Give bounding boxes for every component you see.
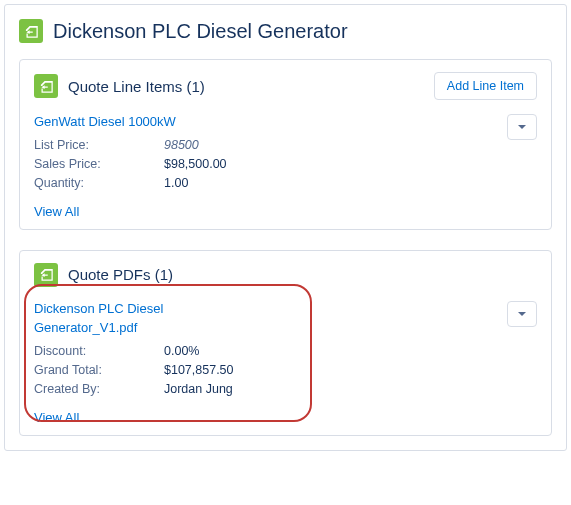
- grand-total-row: Grand Total: $107,857.50: [34, 361, 507, 380]
- card-body: Dickenson PLC Diesel Generator_V1.pdf Di…: [20, 295, 551, 435]
- sales-price-value: $98,500.00: [164, 155, 227, 174]
- card-title-text: Quote PDFs: [68, 266, 151, 283]
- quantity-value: 1.00: [164, 174, 188, 193]
- pdf-item-link[interactable]: Dickenson PLC Diesel Generator_V1.pdf: [34, 299, 174, 338]
- price-tag-icon: [34, 263, 58, 287]
- page-title: Dickenson PLC Diesel Generator: [53, 20, 348, 43]
- card-header: Quote PDFs (1): [20, 251, 551, 295]
- sales-price-row: Sales Price: $98,500.00: [34, 155, 507, 174]
- card-header: Quote Line Items (1) Add Line Item: [20, 60, 551, 108]
- row-actions-menu[interactable]: [507, 114, 537, 140]
- grand-total-label: Grand Total:: [34, 361, 164, 380]
- card-title: Quote Line Items (1): [68, 78, 424, 95]
- created-by-label: Created By:: [34, 380, 164, 399]
- sales-price-label: Sales Price:: [34, 155, 164, 174]
- view-all-pdfs[interactable]: View All: [34, 400, 537, 425]
- quote-line-items-card: Quote Line Items (1) Add Line Item GenWa…: [19, 59, 552, 230]
- list-price-value: 98500: [164, 136, 199, 155]
- line-item-link[interactable]: GenWatt Diesel 1000kW: [34, 112, 274, 132]
- discount-value: 0.00%: [164, 342, 199, 361]
- created-by-value: Jordan Jung: [164, 380, 233, 399]
- discount-row: Discount: 0.00%: [34, 342, 507, 361]
- quantity-label: Quantity:: [34, 174, 164, 193]
- list-price-row: List Price: 98500: [34, 136, 507, 155]
- quote-pdfs-card: Quote PDFs (1) Dickenson PLC Diesel Gene…: [19, 250, 552, 436]
- discount-label: Discount:: [34, 342, 164, 361]
- card-title: Quote PDFs (1): [68, 266, 537, 283]
- row-actions-menu[interactable]: [507, 301, 537, 327]
- card-count: (1): [186, 78, 204, 95]
- card-count: (1): [155, 266, 173, 283]
- list-price-label: List Price:: [34, 136, 164, 155]
- quantity-row: Quantity: 1.00: [34, 174, 507, 193]
- price-tag-icon: [34, 74, 58, 98]
- add-line-item-button[interactable]: Add Line Item: [434, 72, 537, 100]
- view-all-line-items[interactable]: View All: [34, 194, 537, 219]
- record-page: Dickenson PLC Diesel Generator Quote Lin…: [4, 4, 567, 451]
- chevron-down-icon: [517, 122, 527, 132]
- related-lists: Quote Line Items (1) Add Line Item GenWa…: [5, 59, 566, 450]
- created-by-row: Created By: Jordan Jung: [34, 380, 507, 399]
- page-header: Dickenson PLC Diesel Generator: [5, 5, 566, 59]
- quote-icon: [19, 19, 43, 43]
- chevron-down-icon: [517, 309, 527, 319]
- grand-total-value: $107,857.50: [164, 361, 234, 380]
- card-body: GenWatt Diesel 1000kW List Price: 98500 …: [20, 108, 551, 229]
- card-title-text: Quote Line Items: [68, 78, 182, 95]
